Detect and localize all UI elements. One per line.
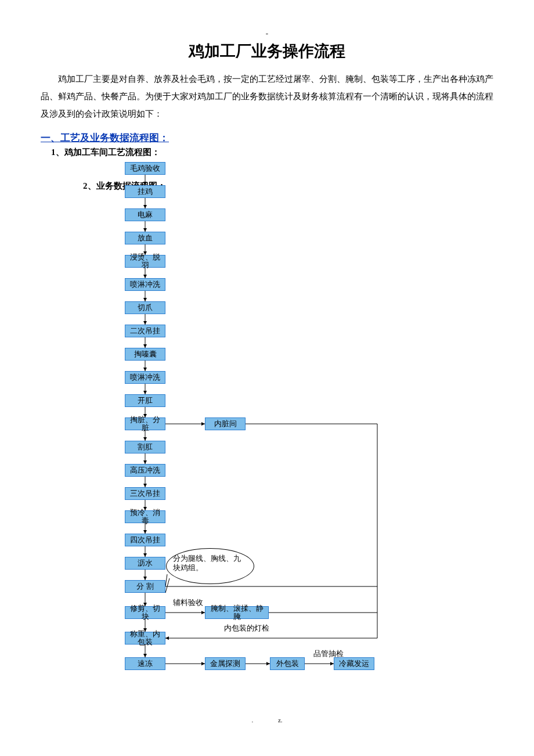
flow-node: 分 割 <box>125 580 165 593</box>
flow-node: 放血 <box>125 232 165 244</box>
flow-node: 切爪 <box>125 301 165 314</box>
flow-node: 喷淋冲洗 <box>125 278 165 291</box>
flowchart-container: 2、业务数据流程图： 毛鸡验收挂鸡电麻放血浸烫、脱羽喷淋冲洗切爪二次吊挂掏嗪囊喷… <box>52 159 493 705</box>
flow-node: 掏脏、分脏 <box>125 417 165 430</box>
connectors-svg <box>52 159 493 705</box>
intro-paragraph: 鸡加工厂主要是对自养、放养及社会毛鸡，按一定的工艺经过屠宰、分割、腌制、包装等工… <box>41 70 493 123</box>
flow-node: 三次吊挂 <box>125 487 165 500</box>
flow-node: 浸烫、脱羽 <box>125 255 165 268</box>
flow-node: 称重、内包装 <box>125 632 165 645</box>
flow-node: 割肛 <box>125 441 165 453</box>
flow-node-waibao: 外包装 <box>270 657 305 670</box>
flow-node: 喷淋冲洗 <box>125 371 165 384</box>
label-pin: 品管抽检 <box>313 649 344 659</box>
footer-z: z. <box>278 717 283 723</box>
flow-node: 毛鸡验收 <box>125 162 165 175</box>
flow-node: 沥水 <box>125 557 165 570</box>
flow-node-lengcang: 冷藏发运 <box>334 657 374 670</box>
flow-node: 二次吊挂 <box>125 325 165 337</box>
flow-node: 掏嗪囊 <box>125 348 165 361</box>
footer-dot: . <box>251 717 253 723</box>
flow-node: 开肛 <box>125 394 165 407</box>
subsection-1: 1、鸡加工车间工艺流程图： <box>51 147 493 158</box>
page-title: 鸡加工厂业务操作流程 <box>41 41 493 62</box>
callout-text: 分为腿线、胸线、九块鸡组。 <box>173 554 243 573</box>
flow-node: 修剪、切块 <box>125 606 165 619</box>
flow-node: 预冷、消毒 <box>125 510 165 523</box>
flow-node: 速冻 <box>125 657 165 670</box>
label-fuliao: 辅料验收 <box>173 598 203 608</box>
label-neibaozhuang: 内包装的灯检 <box>224 624 269 633</box>
flow-node-yanzhi: 腌制、滚揉、静腌 <box>205 606 269 619</box>
page-footer: . z. <box>41 717 493 723</box>
header-tick: - <box>41 29 493 38</box>
flow-node: 四次吊挂 <box>125 534 165 546</box>
flow-node: 高压冲洗 <box>125 464 165 477</box>
flow-node: 电麻 <box>125 208 165 221</box>
flow-node-jinshu: 金属探测 <box>205 657 246 670</box>
flow-node: 挂鸡 <box>125 185 165 198</box>
flow-node-neizang: 内脏间 <box>205 417 246 430</box>
section-heading: 一、工艺及业务数据流程图： <box>41 131 493 145</box>
